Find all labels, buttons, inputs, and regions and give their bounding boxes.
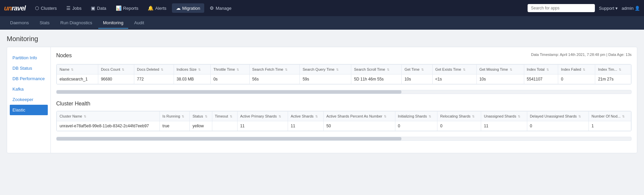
col-search-scroll-time[interactable]: Search Scroll Time ⇅ xyxy=(351,65,402,74)
col-active-primary-shards[interactable]: Active Primary Shards ⇅ xyxy=(237,111,288,121)
jobs-icon: ☰ xyxy=(66,5,71,11)
nodes-scrollbar[interactable] xyxy=(56,90,632,94)
col-index-tim[interactable]: Index Tim... ⇅ xyxy=(595,65,631,74)
col-index-failed[interactable]: Index Failed ⇅ xyxy=(558,65,595,74)
page-title: Monitoring xyxy=(7,35,637,43)
reports-icon: 📊 xyxy=(116,5,121,11)
cell-search-query-time: 59s xyxy=(300,74,351,84)
col-get-exists-time[interactable]: Get Exists Time ⇅ xyxy=(432,65,476,74)
nav-item-manage[interactable]: ⚙ Manage xyxy=(206,3,236,13)
col-relocating-shards[interactable]: Relocating Shards ⇅ xyxy=(437,111,481,121)
col-docs-deleted[interactable]: Docs Deleted ⇅ xyxy=(134,65,174,74)
sort-icon: ⇅ xyxy=(583,68,585,71)
tab-monitoring[interactable]: Monitoring xyxy=(98,18,128,29)
tab-daemons[interactable]: Daemons xyxy=(5,18,34,29)
nav-item-migration[interactable]: ☁ Migration xyxy=(172,3,204,13)
cell-status: yellow xyxy=(190,121,212,131)
nodes-header: Nodes Data Timestamp: April 14th 2021, 7… xyxy=(56,53,632,63)
col-index-total[interactable]: Index Total ⇅ xyxy=(524,65,558,74)
sort-icon: ⇅ xyxy=(237,68,239,71)
nav-item-alerts[interactable]: 🔔 Alerts xyxy=(144,3,170,13)
sidebar-item-db-status[interactable]: DB Status xyxy=(7,63,50,73)
nav-item-reports[interactable]: 📊 Reports xyxy=(112,3,143,13)
tab-stats[interactable]: Stats xyxy=(35,18,55,29)
col-get-time[interactable]: Get Time ⇅ xyxy=(402,65,432,74)
sort-icon: ⇅ xyxy=(619,68,621,71)
search-input[interactable] xyxy=(528,4,595,12)
sort-icon: ⇅ xyxy=(198,68,201,71)
nav-item-clusters[interactable]: ⬡ Clusters xyxy=(31,3,61,13)
nodes-table: Name ⇅ Docs Count ⇅ Docs Deleted ⇅ Indic… xyxy=(57,64,631,84)
logo[interactable]: unravel xyxy=(4,4,26,12)
nav-item-data[interactable]: ▣ Data xyxy=(87,3,110,13)
cell-indices-size: 38.03 MB xyxy=(174,74,210,84)
user-icon: 👤 xyxy=(635,6,640,11)
support-link[interactable]: Support ▾ xyxy=(599,6,618,11)
col-unassigned-shards[interactable]: Unassigned Shards ⇅ xyxy=(481,111,527,121)
sort-icon: ⇅ xyxy=(122,68,124,71)
sidebar-item-zookeeper[interactable]: Zookeeper xyxy=(7,94,50,105)
sort-icon: ⇅ xyxy=(387,68,390,71)
nodes-table-wrapper: Name ⇅ Docs Count ⇅ Docs Deleted ⇅ Indic… xyxy=(56,64,632,85)
sort-icon: ⇅ xyxy=(472,115,475,118)
nodes-scrollbar-thumb xyxy=(57,90,401,94)
col-initializing-shards[interactable]: Initializing Shards ⇅ xyxy=(395,111,437,121)
cluster-health-scrollbar-thumb xyxy=(57,137,401,140)
nav-item-jobs[interactable]: ☰ Jobs xyxy=(62,3,85,13)
sort-icon: ⇅ xyxy=(384,115,387,118)
cell-is-running: true xyxy=(159,121,189,131)
col-is-running[interactable]: Is Running ⇅ xyxy=(159,111,189,121)
cell-index-tim: 21m 27s xyxy=(595,74,631,84)
sort-icon: ⇅ xyxy=(546,68,549,71)
cell-active-shards: 11 xyxy=(288,121,323,131)
col-timeout[interactable]: Timeout ⇅ xyxy=(212,111,237,121)
tab-audit[interactable]: Audit xyxy=(130,18,149,29)
cluster-health-section-title: Cluster Health xyxy=(56,101,632,107)
col-status[interactable]: Status ⇅ xyxy=(190,111,212,121)
cell-delayed-unassigned-shards: 0 xyxy=(527,121,588,131)
sort-icon: ⇅ xyxy=(622,115,625,118)
cell-docs-count: 96680 xyxy=(98,74,134,84)
col-number-of-nodes[interactable]: Number Of Nod... ⇅ xyxy=(589,111,631,121)
cluster-health-scrollbar[interactable] xyxy=(56,137,632,141)
tab-run-diagnostics[interactable]: Run Diagnostics xyxy=(56,18,97,29)
cell-index-total: 5541107 xyxy=(524,74,558,84)
col-delayed-unassigned-shards[interactable]: Delayed Unassigned Shards ⇅ xyxy=(527,111,588,121)
col-get-missing-time[interactable]: Get Missing Time ⇅ xyxy=(476,65,524,74)
cell-cluster-name: unravel-e78af5e8-99e8-11eb-8342-2c44fd7e… xyxy=(57,121,160,131)
sort-icon: ⇅ xyxy=(336,68,339,71)
sort-icon: ⇅ xyxy=(182,115,184,118)
sort-icon: ⇅ xyxy=(84,115,86,118)
col-active-shards-percent[interactable]: Active Shards Percent As Number ⇅ xyxy=(323,111,395,121)
admin-menu[interactable]: admin 👤 xyxy=(622,6,640,11)
sub-nav: Daemons Stats Run Diagnostics Monitoring… xyxy=(0,16,644,30)
cell-index-failed: 0 xyxy=(558,74,595,84)
cell-name: elasticsearch_1 xyxy=(57,74,98,84)
sidebar-item-kafka[interactable]: Kafka xyxy=(7,84,50,94)
col-throttle-time[interactable]: Throttle Time ⇅ xyxy=(211,65,249,74)
col-indices-size[interactable]: Indices Size ⇅ xyxy=(174,65,210,74)
col-name[interactable]: Name ⇅ xyxy=(57,65,98,74)
cell-get-time: 10s xyxy=(402,74,432,84)
cell-number-of-nodes: 1 xyxy=(589,121,631,131)
cell-get-exists-time: <1s xyxy=(432,74,476,84)
clusters-icon: ⬡ xyxy=(35,5,39,11)
col-cluster-name[interactable]: Cluster Name ⇅ xyxy=(57,111,160,121)
col-search-fetch-time[interactable]: Search Fetch Time ⇅ xyxy=(249,65,300,74)
col-search-query-time[interactable]: Search Query Time ⇅ xyxy=(300,65,351,74)
manage-icon: ⚙ xyxy=(210,5,214,11)
cell-throttle-time: 0s xyxy=(211,74,249,84)
sidebar-item-partition-info[interactable]: Partition Info xyxy=(7,53,50,63)
sort-icon: ⇅ xyxy=(161,68,164,71)
chevron-down-icon: ▾ xyxy=(615,6,618,11)
cell-active-shards-percent: 50 xyxy=(323,121,395,131)
top-nav: unravel ⬡ Clusters ☰ Jobs ▣ Data 📊 Repor… xyxy=(0,0,644,16)
sidebar-item-db-performance[interactable]: DB Performance xyxy=(7,73,50,84)
sidebar-item-elastic[interactable]: Elastic xyxy=(10,105,48,115)
col-active-shards[interactable]: Active Shards ⇅ xyxy=(288,111,323,121)
cell-search-scroll-time: 5D 11h 46m 55s xyxy=(351,74,402,84)
table-row: unravel-e78af5e8-99e8-11eb-8342-2c44fd7e… xyxy=(57,121,631,131)
col-docs-count[interactable]: Docs Count ⇅ xyxy=(98,65,134,74)
cluster-health-header-row: Cluster Name ⇅ Is Running ⇅ Status ⇅ Tim… xyxy=(57,111,631,121)
sort-icon: ⇅ xyxy=(463,68,466,71)
